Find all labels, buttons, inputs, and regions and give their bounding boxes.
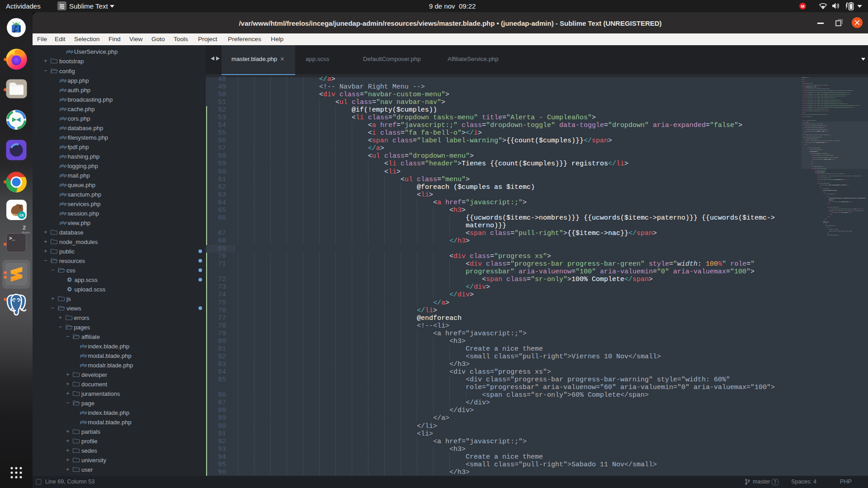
svg-text:CE: CE [19, 213, 24, 217]
svg-text:>_: >_ [9, 236, 15, 241]
